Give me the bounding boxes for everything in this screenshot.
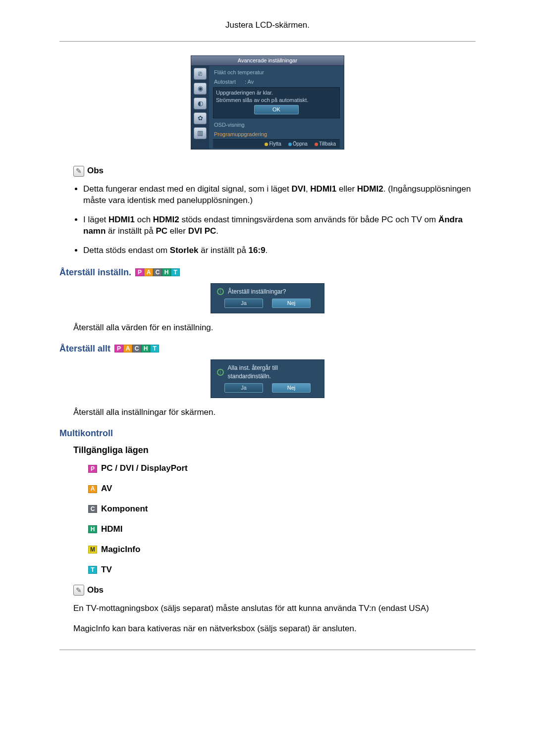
multi-note-2: MagicInfo kan bara kativeras när en nätv… [73, 623, 476, 635]
badge-c: C [153, 268, 162, 276]
dialog-reset-settings: i Återställ inställningar? Ja Nej [211, 283, 324, 313]
badges-pacht-2: P A C H T [114, 345, 159, 353]
modes-list: PPC / DVI / DisplayPort AAV CKomponent H… [59, 463, 476, 576]
mode-magicinfo: MMagicInfo [88, 544, 476, 555]
osd-upgrade-done: Uppgraderingen är klar. [216, 89, 337, 97]
badge-a: A [144, 268, 153, 276]
badge-t: T [171, 268, 180, 276]
osd-autostart-label: Autostart [214, 78, 236, 86]
badge-h: H [88, 525, 97, 533]
osd-ok-button[interactable]: OK [254, 105, 299, 114]
mode-pc: PPC / DVI / DisplayPort [88, 463, 476, 474]
hint-open: Öppna [293, 141, 308, 147]
note-icon: ✎ [73, 585, 84, 596]
notes-list-1: Detta fungerar endast med en digital sig… [59, 184, 476, 256]
heading-multicontrol: Multikontroll [59, 427, 476, 439]
note-item-2: I läget HDMI1 och HDMI2 stöds endast tim… [83, 214, 476, 237]
hint-back-dot [315, 143, 318, 146]
osd-panel: Avancerade inställningar ⎚ ◉ ◐ ✿ ▥ Fläkt… [191, 55, 344, 150]
osd-item-autostart[interactable]: Autostart : Av [213, 77, 340, 87]
reset-all-no-button[interactable]: Nej [272, 383, 311, 393]
osd-title: Avancerade inställningar [191, 56, 344, 66]
reset-all-desc: Återställ alla inställningar för skärmen… [73, 407, 476, 418]
mode-component: CKomponent [88, 504, 476, 515]
question-icon: i [217, 288, 224, 295]
badge-a: A [123, 345, 132, 353]
badge-t: T [88, 566, 97, 574]
badge-c: C [88, 505, 97, 513]
dialog-reset-all: i Alla inst. återgår till standardinstäl… [211, 359, 324, 398]
reset-settings-yes-button[interactable]: Ja [224, 299, 263, 308]
heading-reset-all: Återställ allt P A C H T [59, 343, 476, 354]
badge-c: C [132, 345, 141, 353]
osd-multi-icon[interactable]: ▥ [194, 127, 207, 139]
heading-reset-settings: Återställ inställn. P A C H T [59, 266, 476, 278]
dialog-reset-all-text: Alla inst. återgår till standardinställn… [228, 364, 319, 380]
badge-p: P [114, 345, 123, 353]
badge-p: P [135, 268, 144, 276]
mode-tv: TTV [88, 564, 476, 576]
multi-note-1: En TV-mottagningsbox (säljs separat) mås… [73, 603, 476, 614]
osd-item-fan[interactable]: Fläkt och temperatur [213, 68, 340, 77]
note-icon: ✎ [73, 166, 84, 177]
osd-restart-msg: Strömmen slås av och på automatiskt. [216, 97, 337, 104]
hint-open-dot [288, 143, 292, 146]
badge-a: A [88, 485, 97, 493]
osd-setup-icon[interactable]: ✿ [194, 112, 207, 124]
hint-move-dot [265, 143, 268, 146]
badges-pacht-1: P A C H T [135, 268, 180, 276]
question-icon: i [217, 369, 224, 376]
divider-bottom [59, 650, 476, 650]
osd-sidebar: ⎚ ◉ ◐ ✿ ▥ [191, 66, 209, 149]
note-item-1: Detta fungerar endast med en digital sig… [83, 184, 476, 206]
osd-sound-icon[interactable]: ◐ [194, 98, 207, 109]
badge-m: M [88, 546, 97, 554]
note-label-2: Obs [87, 585, 104, 596]
page-header: Justera LCD-skärmen. [59, 20, 476, 31]
osd-input-icon[interactable]: ⎚ [194, 68, 207, 80]
mode-hdmi: HHDMI [88, 524, 476, 535]
reset-settings-no-button[interactable]: Nej [272, 299, 311, 308]
osd-picture-icon[interactable]: ◉ [194, 83, 207, 95]
badge-p: P [88, 465, 97, 473]
badge-h: H [162, 268, 171, 276]
osd-item-osdview[interactable]: OSD-visning [213, 120, 340, 130]
reset-all-yes-button[interactable]: Ja [224, 383, 263, 393]
hint-back: Tillbaka [319, 141, 336, 147]
dialog-reset-settings-text: Återställ inställningar? [228, 288, 286, 296]
osd-message-box: Uppgraderingen är klar. Strömmen slås av… [213, 87, 340, 118]
osd-item-progupgrade[interactable]: Programuppgradering [213, 130, 340, 139]
reset-settings-desc: Återställ alla värden för en inställning… [73, 322, 476, 334]
badge-t: T [150, 345, 159, 353]
divider-top [59, 41, 476, 42]
osd-autostart-value: : Av [245, 78, 254, 86]
subheading-modes: Tillgängliga lägen [73, 444, 476, 456]
note-label: Obs [87, 165, 104, 177]
badge-h: H [141, 345, 150, 353]
mode-av: AAV [88, 483, 476, 495]
note-item-3: Detta stöds endast om Storlek är inställ… [83, 245, 476, 256]
osd-hints: Flytta Öppna Tillbaka [213, 139, 340, 149]
hint-move: Flytta [269, 141, 281, 147]
